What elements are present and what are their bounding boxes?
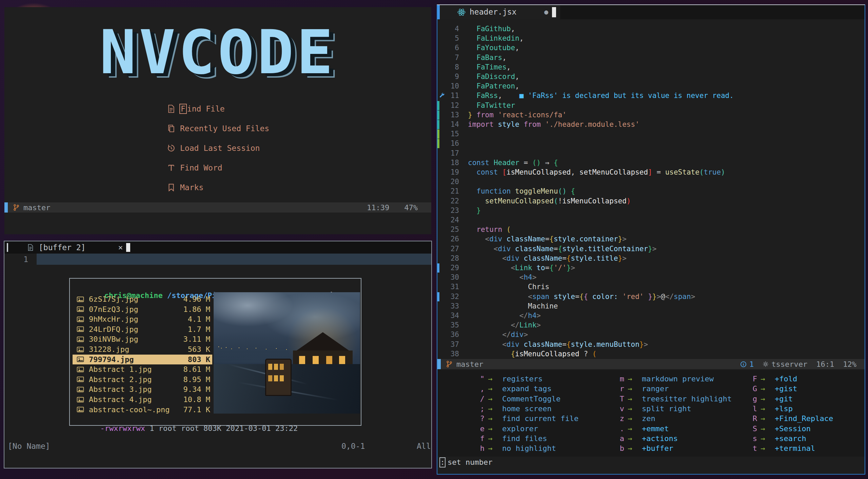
dashboard-item-find-word[interactable]: Find Word xyxy=(167,162,222,174)
code-line-28[interactable]: 28 <div className={style.title}> xyxy=(437,254,863,263)
arrow-right-icon: → xyxy=(488,374,492,384)
whichkey-key: z xyxy=(617,414,624,423)
code-line-32[interactable]: 32 <span style={{ color: 'red' }}>@</spa… xyxy=(437,292,863,302)
code-text: <div className={style.menuButton}> xyxy=(468,340,648,350)
code-line-35[interactable]: 35 </Link> xyxy=(437,320,863,330)
code-line-34[interactable]: 34 </h4> xyxy=(437,311,863,321)
whichkey-key: e xyxy=(477,424,485,434)
arrow-right-icon: → xyxy=(761,394,765,404)
whichkey-key: ? xyxy=(477,414,485,423)
close-icon[interactable]: × xyxy=(118,243,123,252)
code-line-31[interactable]: 31 Chris xyxy=(437,282,863,292)
code-line-22[interactable]: 22 setMenuCollapsed(!isMenuCollapsed) xyxy=(437,196,863,206)
whichkey-key: v xyxy=(617,404,624,414)
dashboard-item-find-file[interactable]: Find File xyxy=(167,103,225,115)
tab-filename[interactable]: header.jsx xyxy=(470,7,516,16)
line-number: 12 xyxy=(437,101,459,111)
dashboard-item-label: Recently Used Files xyxy=(180,124,269,133)
file-row[interactable]: 31228.jpg563 K xyxy=(73,344,212,354)
arrow-right-icon: → xyxy=(488,384,492,394)
code-text: FaGithub, xyxy=(468,24,515,34)
code-line-16[interactable]: 16 xyxy=(437,139,863,148)
whichkey-key: T xyxy=(617,394,624,404)
whichkey-key: m xyxy=(617,374,624,384)
buffer-tab-label[interactable]: [buffer 2] xyxy=(39,243,85,252)
code-line-24[interactable]: 24 xyxy=(437,215,863,225)
file-icon xyxy=(27,244,34,251)
code-line-29[interactable]: 29 <Link to={'/'}> xyxy=(437,263,863,273)
whichkey-key: / xyxy=(477,394,485,404)
file-size: 1.86 M xyxy=(183,305,212,314)
code-line-20[interactable]: 20 xyxy=(437,177,863,187)
file-row-selected[interactable]: 799794.jpg803 K xyxy=(73,355,212,364)
whichkey-key: G xyxy=(750,384,757,394)
command-line[interactable]: : set number xyxy=(437,457,865,468)
file-row[interactable]: Abstract 1.jpg8.61 M xyxy=(73,364,212,374)
code-line-37[interactable]: 37 <div className={style.menuButton}> xyxy=(437,340,863,350)
code-line-27[interactable]: 27 <div className={style.titleContainer}… xyxy=(437,244,863,254)
file-row[interactable]: 07nEzQ3.jpg1.86 M xyxy=(73,304,212,314)
nvcode-logo: NVCODE xyxy=(4,17,431,87)
editor-statusline: master 1 tsserver 16:1 12% xyxy=(437,359,865,369)
terminal-cursor xyxy=(126,243,130,252)
code-line-38[interactable]: 38 {isMenuCollapsed ? ( xyxy=(437,349,863,359)
code-line-8[interactable]: 8 FaTimes, xyxy=(437,62,863,72)
code-line-11[interactable]: 11 FaRss, ■ 'FaRss' is declared but its … xyxy=(437,91,863,101)
file-size: 3.11 M xyxy=(183,335,212,343)
code-line-5[interactable]: 5 FaLinkedin, xyxy=(437,34,863,43)
scroll-state: All xyxy=(417,442,431,451)
line-number: 26 xyxy=(437,234,459,244)
code-line-10[interactable]: 10 FaPatreon, xyxy=(437,81,863,91)
code-line-12[interactable]: 12 FaTwitter xyxy=(437,101,863,111)
code-line-9[interactable]: 9 FaDiscord, xyxy=(437,72,863,82)
file-row[interactable]: Abstract 4.jpg10.8 M xyxy=(73,395,212,404)
code-line-19[interactable]: 19 const [isMenuCollapsed, setMenuCollap… xyxy=(437,167,863,177)
file-row[interactable]: Abstract 2.jpg8.95 M xyxy=(73,375,212,384)
git-branch-label: master xyxy=(23,203,50,212)
code-line-23[interactable]: 23 } xyxy=(437,206,863,216)
line-number: 37 xyxy=(437,340,459,350)
file-size: 1.7 M xyxy=(188,325,212,334)
code-line-18[interactable]: 18const Header = () ⇒ { xyxy=(437,158,863,168)
file-row[interactable]: 6zS17Sj.jpg4.96 M xyxy=(73,294,212,304)
arrow-right-icon: → xyxy=(628,424,632,434)
diagnostic-count: 1 xyxy=(749,360,754,368)
whichkey-description: +Find_Replace xyxy=(775,414,833,423)
code-line-36[interactable]: 36 </div> xyxy=(437,330,863,340)
code-text: function toggleMenu() { xyxy=(468,186,575,196)
dashboard-item-load-last-session[interactable]: Load Last Session xyxy=(167,142,260,154)
file-row[interactable]: abstract-cool~.png77.1 K xyxy=(73,405,212,415)
whichkey-key: r xyxy=(617,384,624,394)
perms-details: 1 root root 803K 2021-03-01 23:22 xyxy=(145,424,298,433)
code-line-4[interactable]: 4 FaGithub, xyxy=(437,24,863,34)
whichkey-popup: "→registers,→expand tags/→CommentToggle;… xyxy=(437,370,865,457)
file-row[interactable]: 9hMxcHr.jpg4.1 M xyxy=(73,314,212,324)
whichkey-description: markdown preview xyxy=(642,374,714,384)
whichkey-description: +gist xyxy=(775,384,797,394)
dashboard-item-marks[interactable]: Marks xyxy=(167,182,203,193)
code-line-14[interactable]: 14import style from './header.module.les… xyxy=(437,120,863,129)
file-row[interactable]: 30iNVBw.jpg3.11 M xyxy=(73,334,212,344)
code-line-25[interactable]: 25 return ( xyxy=(437,225,863,235)
file-name: Abstract 1.jpg xyxy=(89,365,152,374)
code-line-26[interactable]: 26 <div className={style.container}> xyxy=(437,234,863,244)
dashboard-window: NVCODE Find FileRecently Used FilesLoad … xyxy=(4,7,431,234)
whichkey-description: treesitter highlight xyxy=(642,394,732,404)
file-row[interactable]: Abstract 3.jpg9.34 M xyxy=(73,384,212,394)
code-line-17[interactable]: 17 xyxy=(437,148,863,158)
buffer-tab-bar[interactable]: [buffer 2] × xyxy=(4,241,431,254)
code-line-15[interactable]: 15 xyxy=(437,129,863,139)
code-text: <span style={{ color: 'red' }}>@</span> xyxy=(468,292,695,302)
dashboard-item-recently-used-files[interactable]: Recently Used Files xyxy=(167,123,269,134)
code-line-21[interactable]: 21 function toggleMenu() { xyxy=(437,186,863,196)
code-line-13[interactable]: 13} from 'react-icons/fa' xyxy=(437,110,863,120)
image-preview xyxy=(214,292,360,414)
code-line-30[interactable]: 30 <h4> xyxy=(437,273,863,282)
arrow-right-icon: → xyxy=(628,374,632,384)
code-line-33[interactable]: 33 Machine xyxy=(437,301,863,311)
code-line-7[interactable]: 7 FaBars, xyxy=(437,53,863,63)
editor-tab-bar[interactable]: header.jsx ● xyxy=(437,5,865,19)
buffer-line-1[interactable]: 1 xyxy=(4,254,431,265)
file-row[interactable]: 24LrDFQ.jpg1.7 M xyxy=(73,324,212,334)
code-line-6[interactable]: 6 FaYoutube, xyxy=(437,43,863,53)
